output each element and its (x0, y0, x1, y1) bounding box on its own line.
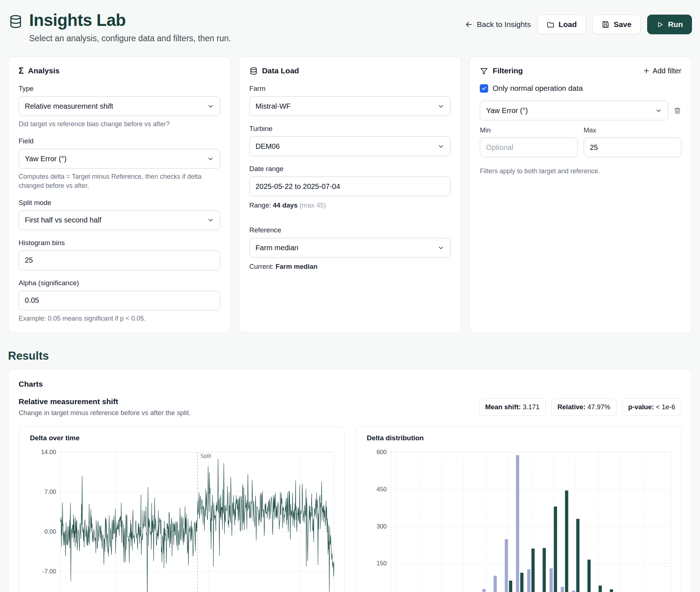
svg-text:0.00: 0.00 (44, 529, 56, 535)
split-mode-select[interactable]: First half vs second half (19, 210, 220, 230)
chevron-down-icon (655, 107, 662, 114)
result-analysis-title: Relative measurement shift (19, 397, 191, 406)
analysis-field-value: Yaw Error (°) (25, 155, 66, 163)
svg-text:600: 600 (377, 449, 387, 456)
filter-help: Filters apply to both target and referen… (480, 167, 681, 175)
badge-label: p-value: (628, 403, 654, 411)
farm-label: Farm (249, 85, 451, 93)
save-label: Save (614, 20, 631, 29)
data-load-card: Data Load Farm Mistral-WF Turbine DEM06 … (239, 57, 462, 333)
svg-text:Split: Split (201, 453, 211, 459)
field-help: Computes delta = Target minus Reference,… (19, 172, 220, 190)
analysis-field-select[interactable]: Yaw Error (°) (19, 149, 220, 169)
mean-shift-badge: Mean shift: 3.171 (479, 398, 546, 416)
analysis-type-select[interactable]: Relative measurement shift (19, 96, 220, 116)
reference-select[interactable]: Farm median (249, 238, 451, 258)
app-logo-database-icon (8, 14, 23, 43)
delta-over-time-title: Delta over time (30, 434, 337, 442)
filter-field-select[interactable]: Yaw Error (°) (480, 101, 668, 120)
data-load-card-title: Data Load (262, 66, 299, 75)
charts-section-title: Charts (19, 380, 681, 388)
split-mode-value: First half vs second half (25, 216, 101, 224)
delta-distribution-panel: Delta distribution 0150300450600-9.54-7.… (355, 426, 681, 592)
date-range-input[interactable] (249, 177, 451, 196)
alpha-input[interactable] (19, 291, 220, 310)
chevron-down-icon (207, 103, 214, 110)
load-button[interactable]: Load (537, 15, 586, 34)
badge-label: Mean shift: (485, 403, 521, 411)
filtering-card: Filtering Add filter Only normal operati… (469, 57, 692, 333)
filter-row: Yaw Error (°) (480, 101, 681, 120)
svg-text:-7.00: -7.00 (42, 568, 56, 575)
delta-distribution-chart: 0150300450600-9.54-7.70-5.86-4.02-2.18-0… (363, 446, 674, 592)
relative-badge: Relative: 47.97% (551, 398, 617, 416)
sigma-icon: Σ (19, 67, 24, 75)
alpha-help: Example: 0.05 means significant if p < 0… (19, 314, 220, 323)
play-icon (656, 21, 664, 28)
load-label: Load (559, 20, 577, 29)
p-value-badge: p-value: < 1e-6 (622, 398, 681, 416)
min-input[interactable] (480, 138, 578, 157)
page-title: Insights Lab (29, 10, 231, 30)
svg-text:14.00: 14.00 (41, 449, 57, 456)
brand: Insights Lab Select an analysis, configu… (8, 10, 231, 43)
chevron-down-icon (438, 143, 444, 150)
results-card: Charts Relative measurement shift Change… (8, 369, 692, 592)
save-icon (602, 20, 610, 28)
range-max: (max 45) (299, 201, 326, 209)
type-help: Did target vs reference bias change befo… (19, 120, 220, 128)
add-filter-label: Add filter (653, 67, 681, 75)
checkbox-checked-icon (480, 84, 488, 93)
histogram-bins-label: Histogram bins (19, 239, 220, 247)
delete-filter-button[interactable] (673, 107, 681, 115)
badge-value: 3.171 (523, 403, 540, 411)
svg-text:150: 150 (377, 560, 387, 567)
turbine-select[interactable]: DEM06 (249, 136, 451, 156)
chevron-down-icon (207, 155, 214, 162)
header: Insights Lab Select an analysis, configu… (8, 10, 692, 43)
type-label: Type (19, 85, 220, 93)
config-cards: Σ Analysis Type Relative measurement shi… (8, 57, 692, 333)
only-normal-operation-label: Only normal operation data (493, 84, 583, 93)
back-label: Back to Insights (477, 20, 531, 29)
page-subtitle: Select an analysis, configure data and f… (29, 34, 231, 43)
funnel-icon (480, 67, 488, 75)
header-actions: Back to Insights Load Save Run (464, 15, 692, 34)
current-prefix: Current: (249, 263, 274, 270)
results-heading: Results (8, 349, 692, 363)
reference-value: Farm median (256, 244, 299, 252)
farm-value: Mistral-WF (256, 102, 291, 111)
turbine-label: Turbine (249, 125, 451, 133)
badge-value: < 1e-6 (656, 403, 675, 411)
result-badges: Mean shift: 3.171 Relative: 47.97% p-val… (479, 398, 681, 416)
save-button[interactable]: Save (592, 15, 641, 34)
reference-label: Reference (249, 226, 451, 234)
delta-over-time-panel: Delta over time Split14.007.000.00-7.00-… (19, 426, 345, 592)
insights-lab-page: Insights Lab Select an analysis, configu… (0, 0, 700, 592)
analysis-card: Σ Analysis Type Relative measurement shi… (8, 57, 231, 333)
max-input[interactable] (584, 138, 681, 157)
range-note: Range: 44 days (max 45) (249, 201, 451, 209)
folder-icon (547, 20, 555, 28)
result-head: Relative measurement shift Change in tar… (19, 397, 681, 417)
max-label: Max (584, 126, 681, 134)
farm-select[interactable]: Mistral-WF (249, 96, 451, 116)
date-range-label: Date range (249, 165, 451, 173)
filtering-card-title: Filtering (493, 66, 523, 75)
min-max-fields: Min Max (480, 126, 681, 157)
turbine-value: DEM06 (256, 142, 280, 151)
range-days: 44 days (273, 201, 298, 209)
range-prefix: Range: (249, 201, 271, 209)
min-label: Min (480, 126, 578, 134)
back-to-insights-link[interactable]: Back to Insights (464, 20, 531, 29)
analysis-type-value: Relative measurement shift (25, 102, 113, 111)
only-normal-operation-checkbox[interactable]: Only normal operation data (480, 84, 681, 93)
chevron-down-icon (438, 244, 444, 251)
add-filter-button[interactable]: Add filter (643, 67, 681, 75)
run-button[interactable]: Run (647, 15, 692, 34)
svg-text:300: 300 (377, 523, 387, 530)
field-label: Field (19, 137, 220, 145)
result-analysis-subtitle: Change in target minus reference before … (19, 409, 191, 417)
split-mode-label: Split mode (19, 199, 220, 207)
histogram-bins-input[interactable] (19, 251, 220, 270)
